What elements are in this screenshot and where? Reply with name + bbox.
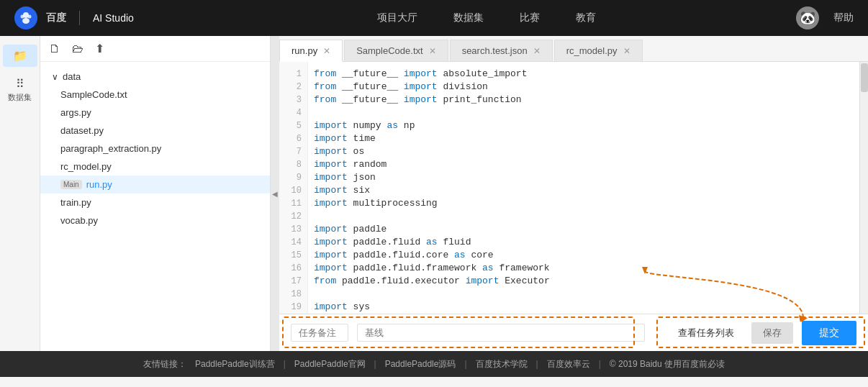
tab-rcmodel-close[interactable]: ✕: [623, 46, 630, 56]
new-file-btn[interactable]: 🗋: [49, 42, 60, 55]
nav-items: 项目大厅 数据集 比赛 教育: [177, 12, 796, 24]
new-folder-btn[interactable]: 🗁: [72, 42, 83, 55]
file-vocab[interactable]: vocab.py: [40, 211, 270, 229]
tab-samplecode-close[interactable]: ✕: [429, 46, 436, 56]
baidu-text: 百度: [46, 12, 66, 24]
grid-icon: ⠿: [16, 77, 24, 91]
baidu-bear-icon: [14, 6, 37, 29]
file-samplecode[interactable]: SampleCode.txt: [40, 86, 270, 104]
tab-searchtest[interactable]: search.test.json ✕: [450, 40, 553, 61]
file-args[interactable]: args.py: [40, 104, 270, 122]
editor-tabs: run.py ✕ SampleCode.txt ✕ search.test.js…: [279, 36, 868, 62]
file-paragraph[interactable]: paragraph_extraction.py: [40, 140, 270, 158]
nav-item-projects[interactable]: 项目大厅: [377, 12, 417, 24]
sidebar-btn-dataset[interactable]: ⠿ 数据集: [3, 73, 37, 107]
folder-icon: 📁: [13, 49, 27, 63]
tab-rcmodel[interactable]: rc_model.py ✕: [554, 40, 643, 61]
footer: 友情链接： PaddlePaddle训练营 | PaddlePaddle官网 |…: [0, 351, 868, 377]
tab-runpy-close[interactable]: ✕: [323, 46, 330, 56]
footer-copyright: © 2019 Baidu 使用百度前必读: [610, 358, 725, 370]
line-numbers: 1 2 3 4 5 6 7 8 9 10 11 12 13 14 15 16 1…: [279, 62, 308, 314]
tab-runpy[interactable]: run.py ✕: [279, 40, 343, 62]
file-dataset[interactable]: dataset.py: [40, 122, 270, 140]
ai-studio-label: AI Studio: [93, 12, 134, 24]
sidebar-btn-files[interactable]: 📁: [3, 45, 37, 67]
svg-point-3: [22, 18, 30, 24]
nav-right: 🐼 帮助: [796, 6, 854, 29]
tab-searchtest-close[interactable]: ✕: [533, 46, 541, 56]
nav-item-competition[interactable]: 比赛: [520, 12, 540, 24]
code-content[interactable]: from __future__ import absolute_import f…: [308, 62, 859, 314]
svg-point-1: [21, 15, 24, 19]
file-name-paragraph: paragraph_extraction.py: [60, 143, 161, 154]
file-panel: 🗋 🗁 ⬆ ∨ data SampleCode.txt args.py data…: [40, 36, 271, 351]
vertical-scrollbar[interactable]: [859, 62, 868, 314]
nav-item-education[interactable]: 教育: [576, 12, 596, 24]
folder-name: data: [63, 71, 81, 82]
code-editor[interactable]: 1 2 3 4 5 6 7 8 9 10 11 12 13 14 15 16 1…: [279, 62, 868, 314]
file-name-rcmodel: rc_model.py: [60, 161, 112, 172]
footer-link-training[interactable]: PaddlePaddle训练营: [195, 358, 275, 370]
bottom-toolbar: 查看任务列表 保存 提交: [279, 314, 868, 351]
footer-link-source[interactable]: PaddlePaddle源码: [385, 358, 456, 370]
editor-area: run.py ✕ SampleCode.txt ✕ search.test.js…: [279, 36, 868, 351]
task-note-input[interactable]: [291, 324, 348, 342]
file-panel-header: 🗋 🗁 ⬆: [40, 36, 270, 62]
left-sidebar: 📁 ⠿ 数据集: [0, 36, 40, 351]
nav-item-dataset[interactable]: 数据集: [453, 12, 484, 24]
file-rcmodel[interactable]: rc_model.py: [40, 158, 270, 176]
footer-link-efficiency[interactable]: 百度效率云: [547, 358, 590, 370]
logo-area: 百度 AI Studio: [14, 6, 134, 29]
footer-link-tech[interactable]: 百度技术学院: [476, 358, 528, 370]
save-button[interactable]: 保存: [751, 322, 793, 344]
svg-point-2: [28, 15, 32, 19]
tab-rcmodel-label: rc_model.py: [566, 45, 618, 56]
dataset-label: 数据集: [8, 92, 32, 103]
baseline-input[interactable]: [357, 324, 645, 342]
upload-btn[interactable]: ⬆: [95, 42, 104, 55]
submit-button[interactable]: 提交: [802, 321, 856, 345]
help-link[interactable]: 帮助: [833, 12, 854, 24]
folder-data[interactable]: ∨ data: [40, 68, 270, 86]
main-badge: Main: [60, 180, 82, 189]
scrollbar-thumb[interactable]: [861, 63, 868, 92]
tab-samplecode-label: SampleCode.txt: [356, 45, 423, 56]
top-navigation: 百度 AI Studio 项目大厅 数据集 比赛 教育 🐼 帮助: [0, 0, 868, 36]
file-name-dataset: dataset.py: [60, 125, 104, 136]
main-content: 📁 ⠿ 数据集 🗋 🗁 ⬆ ∨ data SampleCode.txt args…: [0, 36, 868, 351]
footer-label: 友情链接：: [143, 358, 186, 370]
task-list-button[interactable]: 查看任务列表: [669, 322, 743, 344]
file-name-runpy: run.py: [86, 179, 112, 190]
file-name-train: train.py: [60, 197, 91, 208]
chevron-down-icon: ∨: [52, 72, 58, 82]
tab-runpy-label: run.py: [291, 45, 317, 56]
file-name-samplecode: SampleCode.txt: [60, 89, 127, 100]
tab-samplecode[interactable]: SampleCode.txt ✕: [344, 40, 448, 61]
file-name-args: args.py: [60, 107, 91, 118]
file-name-vocab: vocab.py: [60, 215, 98, 226]
panel-collapse-button[interactable]: ◀: [271, 36, 279, 351]
file-train[interactable]: train.py: [40, 194, 270, 211]
file-tree: ∨ data SampleCode.txt args.py dataset.py…: [40, 62, 270, 235]
tab-searchtest-label: search.test.json: [462, 45, 528, 56]
footer-link-official[interactable]: PaddlePaddle官网: [294, 358, 366, 370]
file-runpy[interactable]: Main run.py: [40, 176, 270, 194]
user-avatar[interactable]: 🐼: [796, 6, 819, 29]
logo-separator: [79, 11, 80, 25]
